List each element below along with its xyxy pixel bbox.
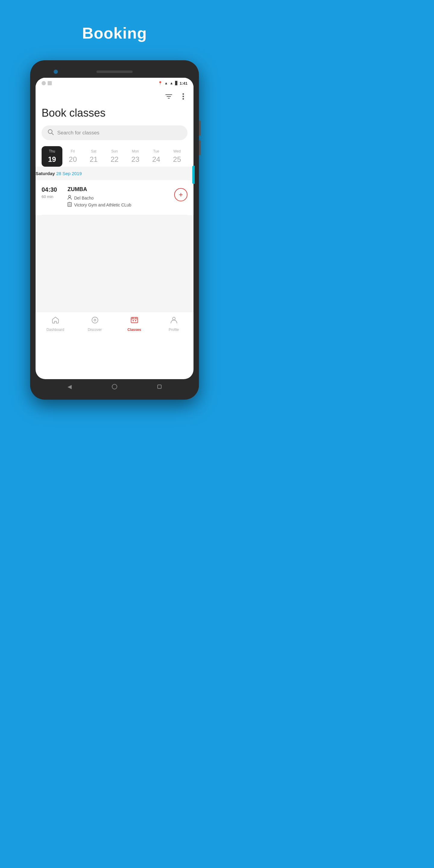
nav-item-dashboard[interactable]: Dashboard xyxy=(43,316,67,332)
class-name: ZUMBA xyxy=(67,186,169,193)
phone-bottom-bar: ◀ xyxy=(36,379,193,394)
svg-line-7 xyxy=(52,133,54,135)
back-button[interactable]: ◀ xyxy=(67,383,72,390)
section-date-colored: 28 Sep 2019 xyxy=(56,171,82,176)
svg-point-16 xyxy=(94,319,96,321)
day-num-wed: 25 xyxy=(173,155,181,164)
action-bar xyxy=(36,89,193,102)
add-class-button[interactable]: + xyxy=(174,188,187,201)
calendar-day-thu[interactable]: Thu 19 xyxy=(41,146,62,167)
table-row: 04:30 60 min ZUMBA Del Bacho xyxy=(41,180,187,215)
day-name-fri: Fri xyxy=(71,149,75,153)
discover-icon xyxy=(91,316,99,326)
calendar-day-mon[interactable]: Mon 23 xyxy=(125,146,146,167)
day-num-tue: 24 xyxy=(152,155,160,164)
svg-point-23 xyxy=(173,317,175,320)
status-left xyxy=(41,81,52,85)
filter-button[interactable] xyxy=(163,91,174,102)
svg-rect-12 xyxy=(69,205,69,206)
svg-rect-13 xyxy=(70,205,70,206)
class-duration: 60 min xyxy=(41,194,63,199)
phone-camera xyxy=(54,70,58,74)
day-name-tue: Tue xyxy=(153,149,159,153)
day-num-sun: 22 xyxy=(111,155,119,164)
calendar-day-sun[interactable]: Sun 22 xyxy=(104,146,125,167)
class-instructor-name: Del Bacho xyxy=(74,195,94,200)
day-name-sun: Sun xyxy=(111,149,118,153)
phone-top-bar xyxy=(36,66,193,78)
status-right: 📍 ▲ ▲ ▊ 1:41 xyxy=(158,81,187,86)
nav-item-discover[interactable]: Discover xyxy=(83,316,107,332)
nav-label-dashboard: Dashboard xyxy=(46,328,64,332)
nav-label-discover: Discover xyxy=(88,328,102,332)
day-name-sat: Sat xyxy=(91,149,96,153)
building-icon xyxy=(67,202,72,208)
empty-content-area xyxy=(36,215,193,312)
book-classes-heading: Book classes xyxy=(41,102,187,125)
class-location-detail: Victory Gym and Athletic CLub xyxy=(67,202,169,208)
class-instructor-detail: Del Bacho xyxy=(67,195,169,201)
classes-icon xyxy=(130,316,138,326)
day-num-mon: 23 xyxy=(131,155,140,164)
calendar-day-fri[interactable]: Fri 20 xyxy=(62,146,83,167)
time-display: 1:41 xyxy=(180,81,187,86)
class-location-name: Victory Gym and Athletic CLub xyxy=(74,203,131,207)
nav-item-profile[interactable]: Profile xyxy=(162,316,186,332)
status-dot xyxy=(41,81,46,85)
class-info: ZUMBA Del Bacho xyxy=(67,186,169,209)
search-bar[interactable]: Search for classes xyxy=(41,125,187,140)
day-name-thu: Thu xyxy=(49,149,55,153)
nav-item-classes[interactable]: Classes xyxy=(122,316,147,332)
section-date-bold: Saturday xyxy=(36,171,55,176)
calendar-day-tue[interactable]: Tue 24 xyxy=(146,146,167,167)
search-placeholder: Search for classes xyxy=(57,130,99,136)
phone-frame: 📍 ▲ ▲ ▊ 1:41 xyxy=(30,60,199,400)
class-time: 04:30 xyxy=(41,186,63,193)
profile-icon xyxy=(170,316,178,326)
nav-label-classes: Classes xyxy=(127,328,141,332)
calendar-day-sat[interactable]: Sat 21 xyxy=(83,146,104,167)
home-icon xyxy=(52,316,59,326)
battery-icon: ▊ xyxy=(175,81,178,85)
class-time-block: 04:30 60 min xyxy=(41,186,63,199)
home-button[interactable] xyxy=(112,384,117,390)
svg-rect-10 xyxy=(69,204,69,204)
signal-icon: ▲ xyxy=(170,81,173,85)
section-header: Saturday 28 Sep 2019 xyxy=(36,167,193,180)
phone-speaker xyxy=(96,70,133,73)
svg-point-21 xyxy=(133,320,134,321)
status-bar: 📍 ▲ ▲ ▊ 1:41 xyxy=(36,78,193,89)
phone-screen: 📍 ▲ ▲ ▊ 1:41 xyxy=(36,78,193,379)
side-button-2 xyxy=(199,140,201,155)
side-button-1 xyxy=(199,121,201,135)
wifi-icon: ▲ xyxy=(164,81,168,85)
bottom-nav: Dashboard Discover xyxy=(36,312,193,335)
calendar-strip: Thu 19 Fri 20 Sat 21 Sun 22 Mon 23 xyxy=(41,146,187,167)
screen-content: Book classes Search for classes Thu 19 xyxy=(36,102,193,167)
class-list: 04:30 60 min ZUMBA Del Bacho xyxy=(36,180,193,215)
calendar-day-wed[interactable]: Wed 25 xyxy=(167,146,187,167)
day-name-mon: Mon xyxy=(132,149,138,153)
svg-point-3 xyxy=(183,93,184,95)
location-icon: 📍 xyxy=(158,81,162,85)
svg-point-8 xyxy=(69,195,71,197)
teal-indicator xyxy=(192,166,193,184)
page-title: Booking xyxy=(82,24,147,42)
svg-point-15 xyxy=(92,317,98,323)
nav-label-profile: Profile xyxy=(168,328,179,332)
svg-point-22 xyxy=(135,320,136,321)
svg-rect-17 xyxy=(131,317,138,323)
svg-point-5 xyxy=(183,98,184,100)
search-icon xyxy=(48,129,54,136)
svg-rect-11 xyxy=(70,204,70,204)
svg-point-4 xyxy=(183,96,184,97)
day-num-sat: 21 xyxy=(90,155,98,164)
day-name-wed: Wed xyxy=(173,149,181,153)
person-icon xyxy=(67,195,72,201)
day-num-thu: 19 xyxy=(48,155,56,164)
more-options-button[interactable] xyxy=(178,91,189,102)
svg-rect-9 xyxy=(68,203,71,207)
status-sd-card xyxy=(48,81,52,85)
day-num-fri: 20 xyxy=(69,155,77,164)
recents-button[interactable] xyxy=(157,384,161,389)
